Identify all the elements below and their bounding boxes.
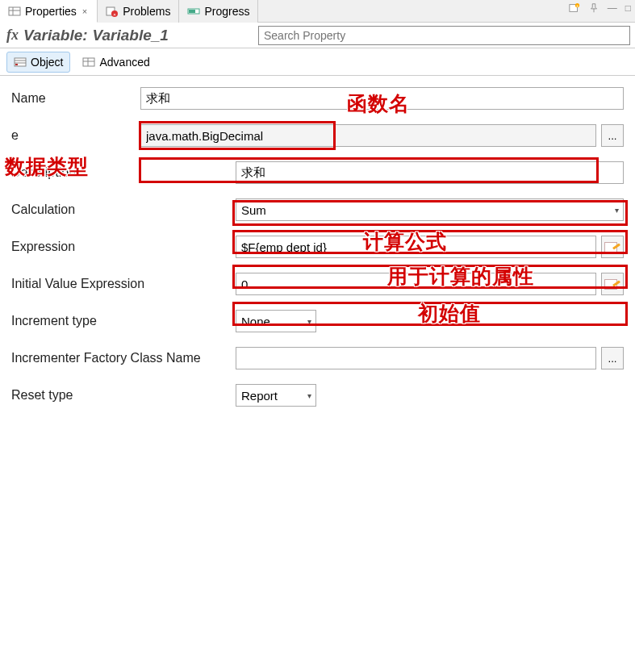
mode-advanced[interactable]: Advanced: [75, 52, 157, 73]
properties-form: Name e ... Description Calculation Sum E…: [0, 76, 635, 407]
new-view-icon[interactable]: +: [569, 2, 580, 16]
label-reset-type: Reset type: [11, 388, 236, 403]
tab-properties-label: Properties: [25, 5, 77, 18]
label-initial-value: Initial Value Expression: [11, 277, 236, 291]
select-calculation[interactable]: Sum: [236, 198, 624, 221]
edit-icon: [604, 278, 620, 290]
row-initial-value: Initial Value Expression: [11, 273, 624, 295]
problems-icon: ×: [106, 5, 119, 18]
properties-icon: [8, 5, 21, 18]
svg-rect-14: [15, 64, 18, 65]
label-description: Description: [11, 165, 236, 180]
row-increment-type: Increment type None: [11, 310, 624, 332]
tab-progress-label: Progress: [204, 5, 249, 18]
edit-expression-button[interactable]: [601, 236, 624, 258]
browse-value-class-button[interactable]: ...: [601, 124, 624, 147]
tab-controls: + — □: [569, 2, 631, 16]
pin-icon[interactable]: [588, 2, 599, 16]
select-reset-type[interactable]: Report: [236, 384, 316, 407]
row-description: Description: [11, 161, 624, 184]
tab-problems-label: Problems: [123, 5, 170, 18]
minimize-icon[interactable]: —: [608, 2, 617, 16]
row-expression: Expression: [11, 236, 624, 258]
select-increment-type[interactable]: None: [236, 310, 316, 332]
progress-icon: [187, 5, 200, 18]
row-name: Name: [11, 87, 624, 110]
advanced-mode-icon: [82, 56, 95, 69]
object-mode-icon: [14, 56, 27, 69]
tab-problems[interactable]: × Problems: [98, 0, 179, 23]
svg-text:+: +: [576, 3, 579, 8]
mode-advanced-label: Advanced: [99, 56, 149, 69]
edit-initial-value-button[interactable]: [601, 273, 624, 295]
input-value-class-name[interactable]: [140, 124, 596, 147]
mode-object-label: Object: [31, 56, 63, 69]
tab-properties[interactable]: Properties ×: [0, 0, 98, 23]
input-description[interactable]: [236, 161, 624, 184]
row-value-class: e ...: [11, 124, 624, 147]
svg-rect-15: [83, 58, 94, 66]
tab-progress[interactable]: Progress: [179, 0, 258, 23]
input-name[interactable]: [140, 87, 624, 110]
input-expression[interactable]: [236, 236, 596, 258]
tab-close-button[interactable]: ×: [81, 6, 89, 16]
header-title-prefix: Variable:: [23, 27, 88, 44]
row-calculation: Calculation Sum: [11, 198, 624, 221]
svg-rect-0: [9, 7, 20, 15]
label-expression: Expression: [11, 240, 236, 254]
maximize-icon[interactable]: □: [625, 2, 631, 16]
input-incrementer-factory[interactable]: [236, 347, 596, 369]
label-value-class-name: e: [11, 128, 140, 143]
label-calculation: Calculation: [11, 202, 236, 217]
label-name: Name: [11, 91, 140, 106]
view-tabs: Properties × × Problems Progress + — □: [0, 0, 635, 23]
mode-bar: Object Advanced: [0, 48, 635, 76]
edit-icon: [604, 240, 620, 253]
label-incrementer-factory: Incrementer Factory Class Name: [11, 351, 236, 365]
row-incrementer-factory: Incrementer Factory Class Name ...: [11, 347, 624, 369]
header-title-value: Variable_1: [93, 27, 169, 44]
mode-object[interactable]: Object: [6, 52, 70, 73]
input-initial-value[interactable]: [236, 273, 596, 295]
properties-header: fx Variable: Variable_1: [0, 23, 635, 48]
fx-icon: fx: [6, 27, 19, 44]
search-property-input[interactable]: [258, 26, 630, 45]
label-increment-type: Increment type: [11, 314, 236, 328]
svg-text:×: ×: [113, 12, 116, 17]
browse-incrementer-button[interactable]: ...: [601, 347, 624, 369]
row-reset-type: Reset type Report: [11, 384, 624, 407]
svg-rect-7: [189, 10, 195, 13]
